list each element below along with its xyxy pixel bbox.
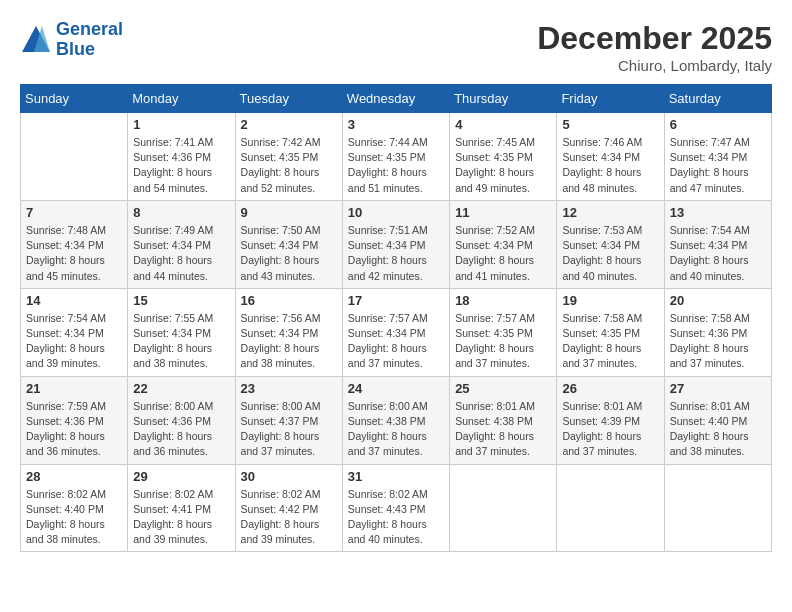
weekday-header: Friday [557,85,664,113]
calendar-cell: 12Sunrise: 7:53 AMSunset: 4:34 PMDayligh… [557,200,664,288]
cell-info: Sunrise: 7:55 AMSunset: 4:34 PMDaylight:… [133,311,229,372]
day-number: 8 [133,205,229,220]
cell-info: Sunrise: 7:50 AMSunset: 4:34 PMDaylight:… [241,223,337,284]
calendar-cell: 25Sunrise: 8:01 AMSunset: 4:38 PMDayligh… [450,376,557,464]
calendar-cell [664,464,771,552]
day-number: 5 [562,117,658,132]
calendar-week-row: 7Sunrise: 7:48 AMSunset: 4:34 PMDaylight… [21,200,772,288]
cell-info: Sunrise: 7:52 AMSunset: 4:34 PMDaylight:… [455,223,551,284]
day-number: 27 [670,381,766,396]
cell-info: Sunrise: 7:46 AMSunset: 4:34 PMDaylight:… [562,135,658,196]
logo-line2: Blue [56,39,95,59]
day-number: 29 [133,469,229,484]
cell-info: Sunrise: 7:54 AMSunset: 4:34 PMDaylight:… [26,311,122,372]
calendar-cell: 22Sunrise: 8:00 AMSunset: 4:36 PMDayligh… [128,376,235,464]
calendar-cell: 29Sunrise: 8:02 AMSunset: 4:41 PMDayligh… [128,464,235,552]
day-number: 2 [241,117,337,132]
day-number: 1 [133,117,229,132]
day-number: 28 [26,469,122,484]
day-number: 24 [348,381,444,396]
day-number: 18 [455,293,551,308]
calendar-cell: 9Sunrise: 7:50 AMSunset: 4:34 PMDaylight… [235,200,342,288]
calendar-cell: 23Sunrise: 8:00 AMSunset: 4:37 PMDayligh… [235,376,342,464]
cell-info: Sunrise: 7:49 AMSunset: 4:34 PMDaylight:… [133,223,229,284]
calendar-cell: 24Sunrise: 8:00 AMSunset: 4:38 PMDayligh… [342,376,449,464]
calendar-cell: 3Sunrise: 7:44 AMSunset: 4:35 PMDaylight… [342,113,449,201]
calendar-cell: 30Sunrise: 8:02 AMSunset: 4:42 PMDayligh… [235,464,342,552]
day-number: 6 [670,117,766,132]
logo: General Blue [20,20,123,60]
cell-info: Sunrise: 7:54 AMSunset: 4:34 PMDaylight:… [670,223,766,284]
calendar-cell: 5Sunrise: 7:46 AMSunset: 4:34 PMDaylight… [557,113,664,201]
cell-info: Sunrise: 8:01 AMSunset: 4:39 PMDaylight:… [562,399,658,460]
calendar-cell: 28Sunrise: 8:02 AMSunset: 4:40 PMDayligh… [21,464,128,552]
calendar-cell: 1Sunrise: 7:41 AMSunset: 4:36 PMDaylight… [128,113,235,201]
calendar-cell: 27Sunrise: 8:01 AMSunset: 4:40 PMDayligh… [664,376,771,464]
calendar-cell: 8Sunrise: 7:49 AMSunset: 4:34 PMDaylight… [128,200,235,288]
calendar-cell: 17Sunrise: 7:57 AMSunset: 4:34 PMDayligh… [342,288,449,376]
cell-info: Sunrise: 7:57 AMSunset: 4:35 PMDaylight:… [455,311,551,372]
day-number: 3 [348,117,444,132]
weekday-header: Wednesday [342,85,449,113]
cell-info: Sunrise: 7:59 AMSunset: 4:36 PMDaylight:… [26,399,122,460]
cell-info: Sunrise: 8:00 AMSunset: 4:36 PMDaylight:… [133,399,229,460]
day-number: 25 [455,381,551,396]
cell-info: Sunrise: 8:00 AMSunset: 4:38 PMDaylight:… [348,399,444,460]
calendar-cell: 11Sunrise: 7:52 AMSunset: 4:34 PMDayligh… [450,200,557,288]
cell-info: Sunrise: 7:45 AMSunset: 4:35 PMDaylight:… [455,135,551,196]
title-block: December 2025 Chiuro, Lombardy, Italy [537,20,772,74]
logo-text: General Blue [56,20,123,60]
calendar-cell: 4Sunrise: 7:45 AMSunset: 4:35 PMDaylight… [450,113,557,201]
day-number: 31 [348,469,444,484]
calendar-week-row: 28Sunrise: 8:02 AMSunset: 4:40 PMDayligh… [21,464,772,552]
weekday-header: Tuesday [235,85,342,113]
calendar-cell: 31Sunrise: 8:02 AMSunset: 4:43 PMDayligh… [342,464,449,552]
day-number: 9 [241,205,337,220]
day-number: 14 [26,293,122,308]
day-number: 23 [241,381,337,396]
cell-info: Sunrise: 8:02 AMSunset: 4:43 PMDaylight:… [348,487,444,548]
day-number: 21 [26,381,122,396]
calendar-week-row: 14Sunrise: 7:54 AMSunset: 4:34 PMDayligh… [21,288,772,376]
location-subtitle: Chiuro, Lombardy, Italy [537,57,772,74]
calendar-cell: 14Sunrise: 7:54 AMSunset: 4:34 PMDayligh… [21,288,128,376]
weekday-header: Monday [128,85,235,113]
calendar-cell: 10Sunrise: 7:51 AMSunset: 4:34 PMDayligh… [342,200,449,288]
weekday-header: Sunday [21,85,128,113]
day-number: 15 [133,293,229,308]
cell-info: Sunrise: 7:58 AMSunset: 4:36 PMDaylight:… [670,311,766,372]
calendar-cell: 7Sunrise: 7:48 AMSunset: 4:34 PMDaylight… [21,200,128,288]
cell-info: Sunrise: 7:44 AMSunset: 4:35 PMDaylight:… [348,135,444,196]
calendar-cell [450,464,557,552]
day-number: 12 [562,205,658,220]
cell-info: Sunrise: 8:02 AMSunset: 4:41 PMDaylight:… [133,487,229,548]
calendar-cell: 20Sunrise: 7:58 AMSunset: 4:36 PMDayligh… [664,288,771,376]
calendar-body: 1Sunrise: 7:41 AMSunset: 4:36 PMDaylight… [21,113,772,552]
cell-info: Sunrise: 8:01 AMSunset: 4:40 PMDaylight:… [670,399,766,460]
month-title: December 2025 [537,20,772,57]
cell-info: Sunrise: 7:53 AMSunset: 4:34 PMDaylight:… [562,223,658,284]
cell-info: Sunrise: 8:00 AMSunset: 4:37 PMDaylight:… [241,399,337,460]
day-number: 30 [241,469,337,484]
weekday-header: Saturday [664,85,771,113]
cell-info: Sunrise: 8:01 AMSunset: 4:38 PMDaylight:… [455,399,551,460]
calendar-cell: 18Sunrise: 7:57 AMSunset: 4:35 PMDayligh… [450,288,557,376]
day-number: 22 [133,381,229,396]
logo-icon [20,24,52,56]
cell-info: Sunrise: 7:57 AMSunset: 4:34 PMDaylight:… [348,311,444,372]
day-number: 26 [562,381,658,396]
calendar-cell: 26Sunrise: 8:01 AMSunset: 4:39 PMDayligh… [557,376,664,464]
calendar-cell: 16Sunrise: 7:56 AMSunset: 4:34 PMDayligh… [235,288,342,376]
day-number: 11 [455,205,551,220]
cell-info: Sunrise: 7:41 AMSunset: 4:36 PMDaylight:… [133,135,229,196]
calendar-cell: 15Sunrise: 7:55 AMSunset: 4:34 PMDayligh… [128,288,235,376]
cell-info: Sunrise: 7:48 AMSunset: 4:34 PMDaylight:… [26,223,122,284]
cell-info: Sunrise: 8:02 AMSunset: 4:40 PMDaylight:… [26,487,122,548]
cell-info: Sunrise: 7:47 AMSunset: 4:34 PMDaylight:… [670,135,766,196]
calendar-cell: 19Sunrise: 7:58 AMSunset: 4:35 PMDayligh… [557,288,664,376]
calendar-cell: 6Sunrise: 7:47 AMSunset: 4:34 PMDaylight… [664,113,771,201]
cell-info: Sunrise: 8:02 AMSunset: 4:42 PMDaylight:… [241,487,337,548]
cell-info: Sunrise: 7:58 AMSunset: 4:35 PMDaylight:… [562,311,658,372]
weekday-header: Thursday [450,85,557,113]
calendar-header: SundayMondayTuesdayWednesdayThursdayFrid… [21,85,772,113]
